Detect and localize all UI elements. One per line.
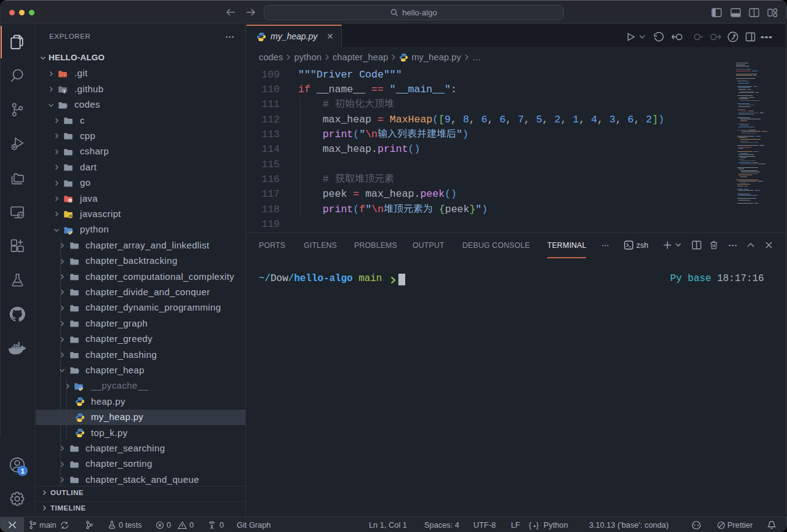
svg-text:JS: JS	[68, 215, 72, 218]
